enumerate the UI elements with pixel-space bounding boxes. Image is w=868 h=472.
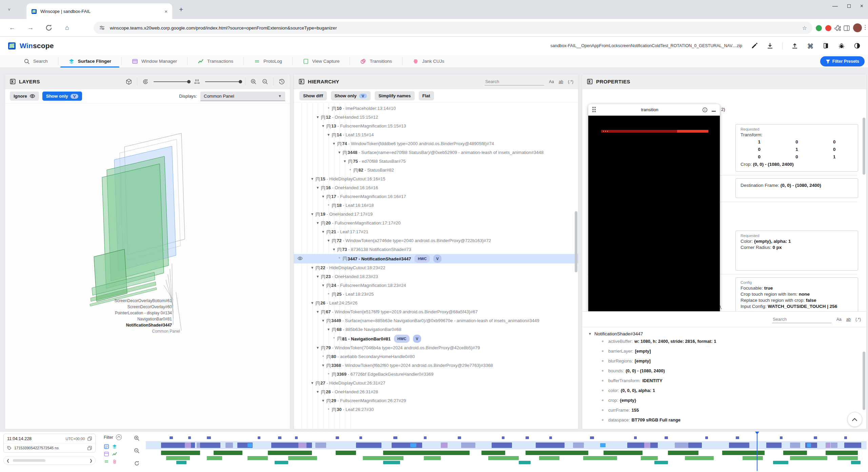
copy-icon[interactable]: [87, 436, 92, 441]
layer-label[interactable]: PointerLocation - display 0#134: [5, 311, 172, 317]
expand-arrow-icon[interactable]: ▼: [310, 211, 315, 218]
tree-row[interactable]: ▼74 - WindowToken{fdddbe6 type=2000 andr…: [294, 139, 578, 148]
property-row[interactable]: color:(0, 0, 0), alpha: 1: [582, 386, 866, 395]
info-icon[interactable]: [702, 107, 708, 113]
hierarchy-scrollbar[interactable]: [575, 211, 577, 272]
display-select[interactable]: Common Panel▼: [200, 92, 285, 101]
expand-arrow-icon[interactable]: ▼: [310, 175, 315, 183]
upload-icon[interactable]: [791, 42, 798, 49]
scroll-to-top-button[interactable]: [847, 412, 862, 427]
screen-recording-trace-icon[interactable]: [104, 444, 109, 449]
tree-row[interactable]: ▼3448 - Surface(name=ed70f88 StatusBar)/…: [294, 148, 578, 157]
regex-toggle[interactable]: (.*): [568, 79, 573, 84]
tab-search-icon[interactable]: ˅: [5, 6, 13, 14]
timeline-filter[interactable]: Filter: [104, 434, 122, 440]
properties-search-input[interactable]: [772, 316, 832, 323]
expand-arrow-icon[interactable]: ▼: [310, 379, 315, 387]
extension-red-icon[interactable]: [825, 24, 832, 32]
close-tab-icon[interactable]: ×: [164, 8, 167, 14]
collapse-panel-icon[interactable]: [10, 79, 16, 84]
layers-3d-canvas[interactable]: ScreenDecorOverlayBottom#61ScreenDecorOv…: [5, 103, 290, 429]
property-row[interactable]: bounds:(0, 0) - (1080, 2400): [582, 366, 866, 376]
trace-tab-window-manager[interactable]: Window Manager: [122, 55, 187, 67]
copy-icon[interactable]: [87, 446, 92, 450]
tree-row[interactable]: ▼28 - OneHanded:26:31#28: [294, 388, 578, 396]
trace-tab-search[interactable]: Search: [14, 55, 58, 67]
tree-row[interactable]: •30 - Leaf:26:27#30: [294, 405, 578, 414]
property-row[interactable]: crop:{empty}: [582, 395, 866, 405]
tree-row[interactable]: ▼21 - Leaf:17:17#21: [294, 228, 578, 236]
address-bar[interactable]: winscope.teams.x20web.corp.google.com/pr…: [94, 22, 812, 34]
transition-overlay-card[interactable]: transition: [588, 104, 720, 312]
property-row[interactable]: bufferTransform:IDENTITY: [582, 376, 866, 386]
extension-green-icon[interactable]: [815, 24, 823, 32]
tree-row[interactable]: •18 - Leaf:16:16#18: [294, 201, 578, 210]
tree-row[interactable]: ▼67 - WindowToken{e5176f9 type=2019 andr…: [294, 308, 578, 316]
home-icon[interactable]: ⌂: [63, 24, 71, 32]
expand-arrow-icon[interactable]: ▼: [315, 344, 320, 352]
window-maximize-icon[interactable]: [847, 4, 851, 8]
expand-arrow-icon[interactable]: ▼: [315, 114, 320, 121]
back-icon[interactable]: ←: [8, 24, 16, 32]
expand-arrow-icon[interactable]: ▼: [315, 273, 320, 280]
tree-row[interactable]: ▼23 - OneHanded:18:23#23: [294, 272, 578, 281]
transactions-trace-icon[interactable]: [112, 451, 117, 457]
expand-arrow-icon[interactable]: ▼: [310, 299, 315, 307]
trace-tab-jank-cujs[interactable]: Jank CUJs: [402, 55, 454, 67]
layer-label[interactable]: ScreenDecorOverlayBottom#61: [5, 298, 172, 304]
site-settings-icon[interactable]: [99, 25, 105, 31]
trace-tab-protolog[interactable]: ProtoLog: [244, 55, 292, 67]
trace-tab-transitions[interactable]: Transitions: [350, 55, 402, 67]
expand-arrow-icon[interactable]: ▼: [331, 140, 337, 148]
collapse-panel-icon[interactable]: [299, 79, 304, 84]
layer-label[interactable]: Common Panel: [5, 329, 180, 335]
expand-arrow-icon[interactable]: ▼: [320, 317, 326, 324]
hierarchy-button-show-only[interactable]: Show onlyV: [331, 91, 371, 100]
tree-row[interactable]: ▼68 - 885b63e NavigationBar0#68: [294, 325, 578, 334]
browser-menu-icon[interactable]: ⋮: [862, 24, 868, 31]
rotation-slider[interactable]: [154, 81, 189, 82]
collapse-panel-icon[interactable]: [587, 79, 593, 84]
tree-row[interactable]: ▼29 - FullscreenMagnification:26:27#29: [294, 396, 578, 405]
expand-arrow-icon[interactable]: ▼: [326, 131, 331, 139]
tree-row[interactable]: ▼73 - 8736138 NotificationShade#73: [294, 245, 578, 254]
match-word-toggle[interactable]: ab: [559, 79, 563, 84]
tree-row[interactable]: ▼26 - Leaf:24:25#26: [294, 299, 578, 308]
hierarchy-search-input[interactable]: [485, 78, 544, 85]
dark-mode-icon[interactable]: [854, 42, 861, 49]
zoom-out-icon[interactable]: [262, 78, 269, 85]
tree-row[interactable]: ▼3449 - Surface(name=885b63e NavigationB…: [294, 316, 578, 325]
match-case-toggle[interactable]: Aa: [836, 317, 842, 322]
hierarchy-button-simplify-names[interactable]: Simplify names: [375, 91, 414, 100]
surface-flinger-trace-icon[interactable]: [112, 444, 117, 449]
window-minimize-icon[interactable]: —: [832, 3, 838, 9]
shortcuts-icon[interactable]: ⌘: [807, 42, 814, 49]
timeline-zoom-in-icon[interactable]: [134, 435, 140, 441]
expand-arrow-icon[interactable]: ▼: [315, 219, 320, 227]
property-row[interactable]: blurRegions:[empty]: [582, 356, 866, 366]
new-tab-button[interactable]: +: [179, 5, 183, 14]
property-row[interactable]: activeBuffer:w: 1080, h: 2400, stride: 2…: [582, 336, 866, 346]
tree-row[interactable]: ▼14 - Leaf:15:15#14: [294, 131, 578, 139]
layer-label[interactable]: NavigationBar0#81: [5, 317, 172, 323]
timeline-reset-icon[interactable]: [134, 460, 140, 467]
match-case-toggle[interactable]: Aa: [549, 79, 554, 84]
browser-tab[interactable]: Winscope | sandbox-FAIL ×: [26, 3, 172, 19]
spacing-slider[interactable]: [205, 81, 240, 82]
hierarchy-button-show-diff[interactable]: Show diff: [299, 91, 327, 100]
tree-row[interactable]: ▼24 - FullscreenMagnification:18:23#24: [294, 281, 578, 290]
properties-list-scrollbar[interactable]: [863, 352, 865, 410]
tree-row[interactable]: ▼19 - OneHanded:17:17#19: [294, 210, 578, 219]
minimize-overlay-icon[interactable]: [712, 111, 716, 112]
tree-row[interactable]: •80 - ace6abb SecondaryHomeHandle0#80: [294, 352, 578, 361]
drag-handle[interactable]: [592, 107, 597, 113]
zoom-in-icon[interactable]: [250, 78, 257, 85]
expand-arrow-icon[interactable]: ▼: [320, 122, 326, 130]
tree-row[interactable]: •81 - NavigationBar0#81HWCV: [294, 334, 578, 343]
ignore-button[interactable]: Ignore: [10, 92, 39, 101]
expand-arrow-icon[interactable]: ▼: [320, 282, 326, 289]
trace-tab-view-capture[interactable]: View Capture: [293, 55, 350, 67]
tree-row[interactable]: ▼3368 - WindowToken{f6b2f60 type=2024 an…: [294, 361, 578, 370]
tree-row[interactable]: •10 - ImePlaceholder:13:14#10: [294, 104, 578, 113]
property-row[interactable]: dataspace:BT709 sRGB Full range: [582, 415, 866, 425]
